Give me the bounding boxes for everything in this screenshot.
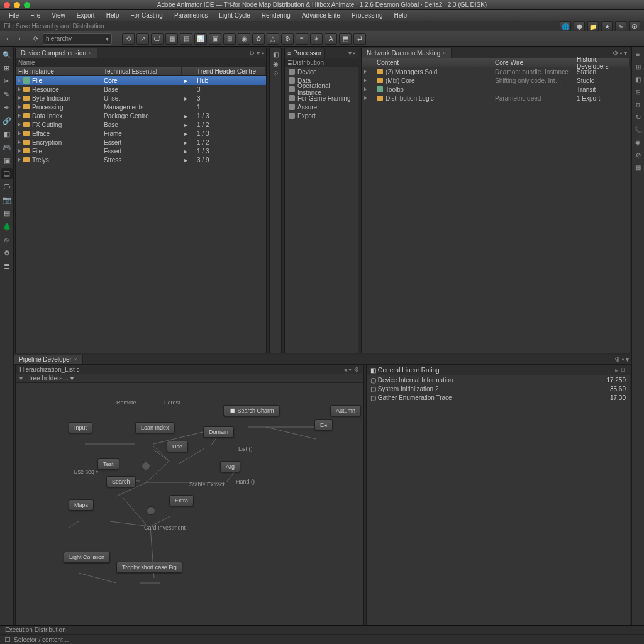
tool-icon[interactable]: 🎮 xyxy=(1,142,13,153)
pipeline-tab[interactable]: Pipeline Developer × xyxy=(14,355,83,364)
list-item[interactable]: Assure xyxy=(285,103,358,111)
list-item[interactable]: Operational Instance xyxy=(285,85,358,94)
tool-icon[interactable]: ✂ xyxy=(1,75,13,87)
table-row[interactable]: (Mix) CoreShifting only code. Int…Studio xyxy=(362,76,630,85)
property-row[interactable]: ▢ Gather Enumeration Trace17.30 xyxy=(367,393,630,402)
menu-export[interactable]: Export xyxy=(72,11,100,20)
toolbar-icon[interactable]: ◉ xyxy=(238,33,250,45)
graph-node[interactable]: Maps xyxy=(69,499,94,511)
right-tool-icon[interactable]: ◉ xyxy=(633,137,643,147)
graph-node[interactable]: Search xyxy=(106,476,136,487)
tool-icon[interactable]: ▤ xyxy=(1,208,13,219)
toolbar-icon[interactable]: ✶ xyxy=(310,33,323,45)
right-tool-icon[interactable]: ◧ xyxy=(633,74,643,84)
panel-gear[interactable]: ▾ ▪ xyxy=(346,50,358,57)
device-tab[interactable]: Device Comprehension × xyxy=(16,48,97,58)
toolbar-icon[interactable]: △ xyxy=(267,33,279,45)
graph-junction[interactable] xyxy=(142,462,150,470)
right-tool-icon[interactable]: ⚙ xyxy=(633,99,643,109)
tool-icon[interactable]: ≣ xyxy=(1,260,13,272)
tool-icon[interactable]: 🌲 xyxy=(1,221,13,232)
graph-node[interactable]: Loan Index xyxy=(135,422,175,433)
property-row[interactable]: ▢ System Initialization 235.69 xyxy=(367,384,630,393)
close-icon[interactable] xyxy=(4,2,10,8)
table-row[interactable]: Distribution LogicParametric deed1 Expor… xyxy=(362,94,630,103)
graph-node[interactable]: Trophy short case Fig xyxy=(116,562,182,573)
action-icon[interactable]: ◉ xyxy=(273,60,279,67)
toolbar-icon[interactable]: ▣ xyxy=(209,33,221,45)
graph-node[interactable]: Arg xyxy=(220,461,240,472)
tool-icon[interactable]: ◧ xyxy=(1,128,13,140)
panel-gear[interactable]: ⚙ ▪ ▾ xyxy=(612,356,631,363)
graph-junction[interactable] xyxy=(147,506,155,515)
list-item[interactable]: For Game Framing xyxy=(285,94,358,103)
traffic-lights[interactable] xyxy=(4,2,30,8)
graph-node[interactable]: 🔲 Search Charm xyxy=(223,405,280,416)
menu-help[interactable]: Help xyxy=(101,11,125,20)
close-icon[interactable]: × xyxy=(443,50,446,56)
property-row[interactable]: ▢ Device Internal Information17.259 xyxy=(367,375,630,384)
tool-icon[interactable]: ⚙ xyxy=(1,247,13,258)
topright-icon[interactable]: ⦿ xyxy=(629,21,640,31)
menu-help[interactable]: Help xyxy=(389,11,413,20)
toolbar-icon[interactable]: 📊 xyxy=(194,33,207,45)
toolbar-icon[interactable]: 🖵 xyxy=(151,33,164,45)
panel-gear[interactable]: ⚙ ▾ ▪ xyxy=(247,50,266,57)
menu-processing[interactable]: Processing xyxy=(347,11,387,20)
node-graph[interactable]: Hierarchization_List c ◂ ▾ ⚙ ▾ tree hold… xyxy=(15,365,364,643)
tool-icon[interactable]: 📷 xyxy=(1,194,13,206)
topright-icon[interactable]: 🌐 xyxy=(560,21,571,31)
menu-rendering[interactable]: Rendering xyxy=(257,11,296,20)
tool-icon[interactable]: 🖵 xyxy=(1,181,13,192)
table-row[interactable]: ProcessingManagements1 xyxy=(16,103,266,111)
close-icon[interactable]: × xyxy=(74,357,77,362)
action-icon[interactable]: ◧ xyxy=(273,51,279,58)
table-row[interactable]: EffaceFrame▸1 / 3 xyxy=(16,129,266,138)
list-item[interactable]: Device xyxy=(285,67,358,76)
topright-icon[interactable]: ✎ xyxy=(615,21,626,31)
graph-node[interactable]: Light Collision xyxy=(64,552,110,563)
menu-file[interactable]: File xyxy=(25,11,45,20)
tool-icon[interactable]: ✒ xyxy=(1,102,13,113)
network-tab[interactable]: Network Daemon Masking × xyxy=(362,48,452,58)
status-checkbox[interactable] xyxy=(5,637,10,642)
zoom-icon[interactable] xyxy=(24,2,30,8)
tool-icon[interactable]: 🔍 xyxy=(1,49,13,60)
toolbar-icon[interactable]: ≡ xyxy=(296,33,308,45)
tool-icon[interactable]: ✎ xyxy=(1,89,13,100)
right-tool-icon[interactable]: ↻ xyxy=(633,112,643,122)
table-row[interactable]: FileEssert▸1 / 3 xyxy=(16,147,266,155)
graph-node[interactable]: Test xyxy=(97,458,119,470)
table-row[interactable]: TooltipTransit xyxy=(362,85,630,94)
toolbar-icon[interactable]: ↗ xyxy=(136,33,149,45)
topright-icon[interactable]: ⬢ xyxy=(574,21,585,31)
graph-node[interactable]: Autumn xyxy=(330,405,361,416)
right-tool-icon[interactable]: ⊘ xyxy=(633,150,643,160)
right-tool-icon[interactable]: 📞 xyxy=(633,125,643,135)
close-icon[interactable]: × xyxy=(89,50,92,56)
menu-parametrics[interactable]: Parametrics xyxy=(169,11,213,20)
table-row[interactable]: ResourceBase3 xyxy=(16,85,266,94)
toolbar-icon[interactable]: ⇄ xyxy=(353,33,366,45)
right-tool-icon[interactable]: ⊞ xyxy=(633,62,643,72)
tool-icon[interactable]: ⎋ xyxy=(1,234,13,245)
toolbar-icon[interactable]: ⊞ xyxy=(223,33,236,45)
nav-fwd-button[interactable]: › xyxy=(14,34,25,44)
table-row[interactable]: FX CuttingBase▸1 / 2 xyxy=(16,120,266,129)
menu-light-cycle[interactable]: Light Cycle xyxy=(214,11,255,20)
table-row[interactable]: FileCore▸Hub xyxy=(16,76,266,85)
processor-tab[interactable]: ≡ Processor xyxy=(285,48,325,58)
topright-icon[interactable]: ★ xyxy=(601,21,613,31)
graph-node[interactable]: E◂ xyxy=(314,419,333,431)
graph-crumb[interactable]: Hierarchization_List c ◂ ▾ ⚙ xyxy=(16,365,363,374)
toolbar-icon[interactable]: ▦ xyxy=(165,33,178,45)
action-icon[interactable]: ⊙ xyxy=(273,70,278,77)
table-row[interactable]: Data IndexPackage Centre▸1 / 3 xyxy=(16,111,266,120)
right-tool-icon[interactable]: ≡ xyxy=(633,49,643,59)
toolbar-icon[interactable]: ▤ xyxy=(180,33,192,45)
toolbar-icon[interactable]: ⟲ xyxy=(122,33,135,45)
toolbar-icon[interactable]: A xyxy=(325,33,337,45)
graph-node[interactable]: Input xyxy=(69,422,92,433)
graph-node[interactable]: Domain xyxy=(203,426,234,438)
topright-icon[interactable]: 📁 xyxy=(587,21,599,31)
